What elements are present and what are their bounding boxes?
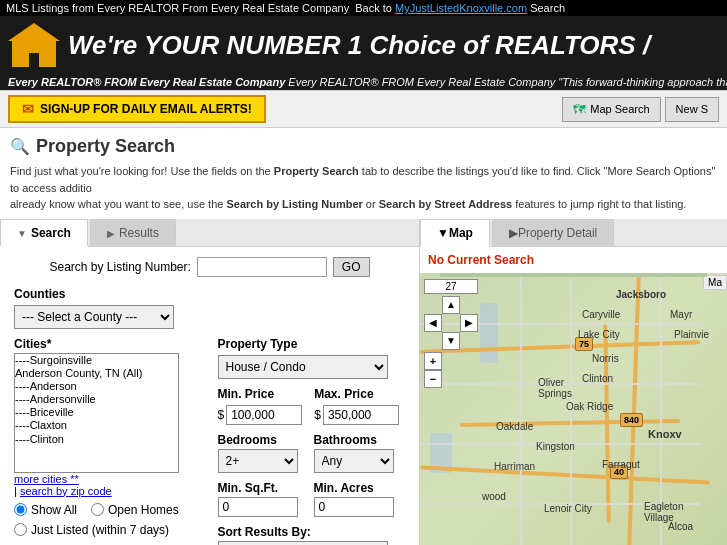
tab-results[interactable]: ▶Results bbox=[90, 219, 176, 246]
map-search-button[interactable]: 🗺 Map Search bbox=[562, 97, 660, 122]
nav-empty-tr bbox=[460, 296, 478, 314]
sort-select[interactable]: Price Descending Price Ascending Newest … bbox=[218, 541, 388, 546]
city-wood: wood bbox=[482, 491, 506, 502]
map-tab-arrow-icon: ▼ bbox=[437, 226, 449, 240]
tab-arrow-icon: ▶ bbox=[107, 228, 115, 239]
main-layout: ▼Search ▶Results Search by Listing Numbe… bbox=[0, 219, 727, 546]
map-type-label[interactable]: Ma bbox=[703, 275, 727, 290]
cities-section: Cities* ----Surgoinsville Anderson Count… bbox=[14, 337, 202, 546]
site-link[interactable]: MyJustListedKnoxville.com bbox=[395, 2, 527, 14]
sort-label: Sort Results By: bbox=[218, 525, 406, 539]
acres-group: Min. Acres bbox=[314, 481, 394, 517]
bedrooms-select[interactable]: Any1+2+3+4+5+ bbox=[218, 449, 298, 473]
acres-label: Min. Acres bbox=[314, 481, 394, 495]
description: Find just what you're looking for! Use t… bbox=[0, 161, 727, 219]
no-current-search: No Current Search bbox=[420, 247, 727, 273]
listing-number-label: Search by Listing Number: bbox=[49, 260, 190, 274]
price-row: Min. Price $ Max. Price $ bbox=[218, 387, 406, 425]
radio-row: Show All Open Homes bbox=[14, 503, 202, 517]
max-price-group: Max. Price $ bbox=[314, 387, 399, 425]
property-type-select[interactable]: House / Condo Condo Land Commercial Mult… bbox=[218, 355, 388, 379]
city-clinton: Clinton bbox=[582, 373, 613, 384]
city-eagleton: EagletonVillage bbox=[644, 501, 683, 523]
house-icon bbox=[8, 23, 60, 67]
city-lenoir-city: Lenoir City bbox=[544, 503, 592, 514]
min-price-input-group: $ bbox=[218, 405, 303, 425]
city-oak-ridge: Oak Ridge bbox=[566, 401, 613, 412]
cities-label: Cities* bbox=[14, 337, 202, 351]
right-tabs: ▼Map ▶Property Detail bbox=[420, 219, 727, 247]
search-icon: 🔍 bbox=[10, 137, 30, 156]
nav-empty-bl bbox=[424, 332, 442, 350]
city-caryville: Caryville bbox=[582, 309, 620, 320]
detail-tab-arrow-icon: ▶ bbox=[509, 226, 518, 240]
cities-list[interactable]: ----Surgoinsville Anderson County, TN (A… bbox=[14, 353, 179, 473]
nav-down-button[interactable]: ▼ bbox=[442, 332, 460, 350]
just-listed-row: Just Listed (within 7 days) bbox=[14, 523, 202, 537]
action-right: 🗺 Map Search New S bbox=[562, 97, 719, 122]
map-controls: 27 ▲ ◀ ▶ ▼ + bbox=[424, 279, 478, 388]
sqft-group: Min. Sq.Ft. bbox=[218, 481, 298, 517]
nav-right-button[interactable]: ▶ bbox=[460, 314, 478, 332]
acres-input[interactable] bbox=[314, 497, 394, 517]
bathrooms-label: Bathrooms bbox=[314, 433, 394, 447]
city-harriman: Harriman bbox=[494, 461, 535, 472]
nav-up-button[interactable]: ▲ bbox=[442, 296, 460, 314]
left-panel: ▼Search ▶Results Search by Listing Numbe… bbox=[0, 219, 420, 546]
map-nav: ▲ ◀ ▶ ▼ bbox=[424, 296, 478, 350]
action-bar: ✉ SIGN-UP FOR DAILY EMAIL ALERTS! 🗺 Map … bbox=[0, 90, 727, 128]
search-form: Search by Listing Number: GO Counties --… bbox=[0, 247, 419, 546]
min-price-group: Min. Price $ bbox=[218, 387, 303, 425]
tab-property-detail[interactable]: ▶Property Detail bbox=[492, 219, 614, 246]
city-alcoa: Alcoa bbox=[668, 521, 693, 532]
city-knoxville: Knoxv bbox=[648, 428, 682, 440]
zoom-in-button[interactable]: + bbox=[424, 352, 442, 370]
search-zip-link[interactable]: search by zip code bbox=[20, 485, 112, 497]
map-icon: 🗺 bbox=[573, 102, 586, 117]
city-lake-city: Lake City bbox=[578, 329, 620, 340]
cities-property-row: Cities* ----Surgoinsville Anderson Count… bbox=[14, 337, 405, 546]
bedrooms-group: Bedrooms Any1+2+3+4+5+ bbox=[218, 433, 298, 473]
header-title: We're YOUR NUMBER 1 Choice of REALTORS / bbox=[68, 30, 650, 61]
max-price-input[interactable] bbox=[323, 405, 399, 425]
more-cities-link[interactable]: more cities ** bbox=[14, 473, 79, 485]
city-jacksboro: Jacksboro bbox=[616, 289, 666, 300]
min-price-input[interactable] bbox=[226, 405, 302, 425]
page-title: Property Search bbox=[36, 136, 175, 157]
bed-bath-row: Bedrooms Any1+2+3+4+5+ Bathrooms Any1+2+… bbox=[218, 433, 406, 473]
tab-map[interactable]: ▼Map bbox=[420, 219, 490, 247]
sqft-label: Min. Sq.Ft. bbox=[218, 481, 298, 495]
just-listed-radio[interactable]: Just Listed (within 7 days) bbox=[14, 523, 169, 537]
listing-number-input[interactable] bbox=[197, 257, 327, 277]
counties-section: Counties --- Select a County --- Anderso… bbox=[14, 287, 405, 337]
property-section: Property Type House / Condo Condo Land C… bbox=[218, 337, 406, 546]
max-price-label: Max. Price bbox=[314, 387, 399, 401]
county-select[interactable]: --- Select a County --- Anderson County … bbox=[14, 305, 174, 329]
city-oliver-springs: OliverSprings bbox=[538, 377, 572, 399]
sqft-input[interactable] bbox=[218, 497, 298, 517]
more-cities: more cities ** | search by zip code bbox=[14, 473, 202, 497]
price-section: Min. Price $ Max. Price $ bbox=[218, 387, 406, 425]
tab-search[interactable]: ▼Search bbox=[0, 219, 88, 247]
property-type-label: Property Type bbox=[218, 337, 406, 351]
new-search-button[interactable]: New S bbox=[665, 97, 719, 122]
counties-label: Counties bbox=[14, 287, 405, 301]
highway-label-840: 840 bbox=[620, 413, 643, 427]
city-mayr: Mayr bbox=[670, 309, 692, 320]
map-mock[interactable]: 75 840 40 Jacksboro Caryville Lake City … bbox=[420, 273, 727, 546]
nav-empty-c bbox=[442, 314, 460, 332]
logo bbox=[8, 23, 68, 67]
city-farragut: Farragut bbox=[602, 459, 640, 470]
signup-button[interactable]: ✉ SIGN-UP FOR DAILY EMAIL ALERTS! bbox=[8, 95, 266, 123]
bathrooms-select[interactable]: Any1+2+3+4+ bbox=[314, 449, 394, 473]
go-button[interactable]: GO bbox=[333, 257, 370, 277]
page-title-area: 🔍 Property Search bbox=[0, 128, 727, 161]
city-oakdale: Oakdale bbox=[496, 421, 533, 432]
city-plainview: Plainvie bbox=[674, 329, 709, 340]
open-homes-radio[interactable]: Open Homes bbox=[91, 503, 179, 517]
nav-empty-tl bbox=[424, 296, 442, 314]
show-all-radio[interactable]: Show All bbox=[14, 503, 77, 517]
zoom-out-button[interactable]: − bbox=[424, 370, 442, 388]
zoom-group: + − bbox=[424, 352, 478, 388]
nav-left-button[interactable]: ◀ bbox=[424, 314, 442, 332]
